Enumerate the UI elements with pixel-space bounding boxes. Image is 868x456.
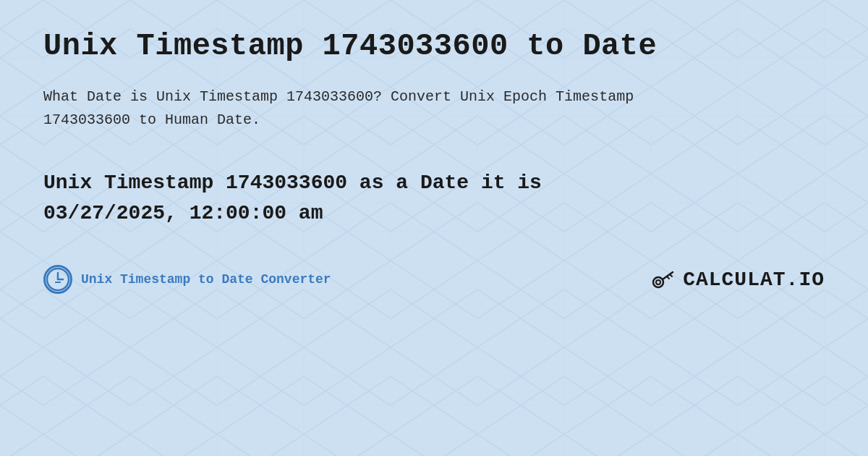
result-line2: 03/27/2025, 12:00:00 am <box>43 202 323 224</box>
logo-text: CALCULAT.IO <box>683 269 825 291</box>
logo: CALCULAT.IO <box>651 266 825 292</box>
svg-line-14 <box>667 276 669 279</box>
svg-line-13 <box>670 274 672 276</box>
footer-label: Unix Timestamp to Date Converter <box>81 272 331 287</box>
result-block: Unix Timestamp 1743033600 as a Date it i… <box>43 168 825 229</box>
page-description: What Date is Unix Timestamp 1743033600? … <box>43 85 694 132</box>
footer-left: Unix Timestamp to Date Converter <box>43 265 331 294</box>
svg-point-11 <box>656 280 660 284</box>
footer: Unix Timestamp to Date Converter CALCULA… <box>43 265 825 294</box>
svg-point-10 <box>653 277 663 287</box>
result-line1: Unix Timestamp 1743033600 as a Date it i… <box>43 172 542 194</box>
clock-icon <box>43 265 72 294</box>
page-title: Unix Timestamp 1743033600 to Date <box>43 29 825 64</box>
logo-icon <box>651 266 677 292</box>
